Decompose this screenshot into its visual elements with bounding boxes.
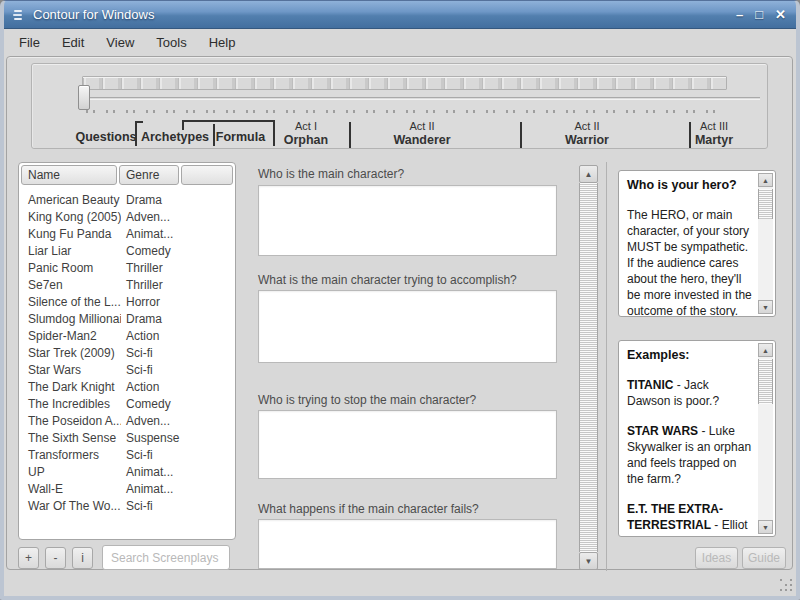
screenplay-row[interactable]: Panic RoomThriller (19, 261, 235, 278)
screenplay-row[interactable]: Kung Fu PandaAnimat... (19, 227, 235, 244)
timeline-separator (520, 122, 522, 148)
timeline-act-2[interactable]: Act II Wanderer (372, 120, 472, 147)
screenplay-row[interactable]: UPAnimat... (19, 465, 235, 482)
screenplay-row[interactable]: Star Trek (2009)Sci-fi (19, 346, 235, 363)
question-4-input[interactable] (258, 519, 557, 569)
question-2-label: What is the main character trying to acc… (258, 273, 558, 287)
screenplay-row[interactable]: The Poseidon A...Adven... (19, 414, 235, 431)
timeline-act-4[interactable]: Act III Martyr (674, 120, 754, 147)
screenplay-row[interactable]: Silence of the L...Horror (19, 295, 235, 312)
scroll-down-button[interactable]: ▼ (758, 520, 773, 534)
scrollbar-thumb[interactable] (758, 359, 773, 404)
menu-tools[interactable]: Tools (145, 32, 197, 53)
hero-help-body: The HERO, or main character, of your sto… (627, 208, 752, 317)
app-window: Contour for Windows – □ ✕ File Edit View… (0, 0, 800, 600)
timeline-filmstrip[interactable] (82, 76, 727, 90)
screenplay-row[interactable]: The IncrediblesComedy (19, 397, 235, 414)
column-header-genre[interactable]: Genre (119, 165, 179, 185)
app-icon (11, 8, 25, 22)
timeline-ticks (86, 110, 726, 113)
screenplay-row[interactable]: War Of The Wo...Sci-fi (19, 499, 235, 516)
screenplay-row[interactable]: King Kong (2005)Adven... (19, 210, 235, 227)
example-entry: STAR WARS - Luke Skywalker is an orphan … (627, 423, 755, 487)
maximize-button[interactable]: □ (755, 7, 763, 23)
timeline-track (82, 97, 760, 100)
hero-help-title: Who is your hero? (627, 178, 737, 192)
column-header-blank[interactable] (181, 165, 233, 185)
question-3-label: Who is trying to stop the main character… (258, 393, 558, 407)
screenplay-row[interactable]: The Sixth SenseSuspense (19, 431, 235, 448)
scroll-down-button[interactable]: ▼ (579, 552, 598, 570)
question-2-input[interactable] (258, 290, 557, 363)
minimize-button[interactable]: – (736, 7, 743, 23)
act-label: Act III (674, 120, 754, 133)
act-name: Martyr (674, 133, 754, 147)
info-button[interactable]: i (72, 547, 93, 569)
screenplay-row[interactable]: American BeautyDrama (19, 193, 235, 210)
remove-screenplay-button[interactable]: - (45, 547, 66, 569)
timeline-panel: Questions Archetypes Formula Act I Orpha… (31, 63, 768, 149)
screenplay-list-panel: Name Genre American BeautyDrama King Kon… (18, 162, 236, 540)
menu-edit[interactable]: Edit (51, 32, 95, 53)
timeline-act-1[interactable]: Act I Orphan (266, 120, 346, 147)
act-name: Warrior (537, 133, 637, 147)
screenplay-row[interactable]: Liar LiarComedy (19, 244, 235, 261)
examples-title: Examples: (627, 348, 690, 362)
question-1-label: Who is the main character? (258, 167, 558, 181)
act-label: Act II (537, 120, 637, 133)
menu-bar: File Edit View Tools Help (4, 29, 796, 55)
screenplay-row[interactable]: TransformersSci-fi (19, 448, 235, 465)
panel-divider (606, 162, 607, 572)
close-button[interactable]: ✕ (775, 7, 786, 23)
timeline-act-3[interactable]: Act II Warrior (537, 120, 637, 147)
add-screenplay-button[interactable]: + (18, 547, 39, 569)
question-4-label: What happens if the main character fails… (258, 502, 558, 516)
act-label: Act I (266, 120, 346, 133)
act-name: Wanderer (372, 133, 472, 147)
timeline-separator (349, 122, 351, 148)
menu-view[interactable]: View (95, 32, 145, 53)
scroll-up-button[interactable]: ▲ (758, 343, 773, 357)
question-1-input[interactable] (258, 185, 557, 256)
scrollbar-thumb[interactable] (758, 189, 773, 219)
hero-help-box: Who is your hero? The HERO, or main char… (618, 170, 776, 317)
table-header: Name Genre (20, 164, 234, 186)
title-bar: Contour for Windows – □ ✕ (0, 1, 800, 29)
screenplay-row[interactable]: Se7enThriller (19, 278, 235, 295)
menu-help[interactable]: Help (198, 32, 247, 53)
act-name: Orphan (266, 133, 346, 147)
client-area: Questions Archetypes Formula Act I Orpha… (6, 56, 793, 570)
act-label: Act II (372, 120, 472, 133)
ideas-button[interactable]: Ideas (695, 547, 738, 569)
guide-button[interactable]: Guide (742, 547, 786, 569)
example-entry: E.T. THE EXTRA-TERRESTRIAL - Elliot has … (627, 501, 755, 537)
timeline-slider-thumb[interactable] (78, 85, 90, 110)
scroll-down-button[interactable]: ▼ (758, 300, 773, 314)
scrollbar-thumb[interactable] (579, 183, 598, 552)
screenplay-row[interactable]: Slumdog MillionaireDrama (19, 312, 235, 329)
screenplay-row[interactable]: Wall-EAnimat... (19, 482, 235, 499)
screenplay-row[interactable]: Spider-Man2Action (19, 329, 235, 346)
screenplay-rows: American BeautyDrama King Kong (2005)Adv… (19, 193, 235, 516)
menu-file[interactable]: File (8, 32, 51, 53)
example-entry: TITANIC - Jack Dawson is poor.? (627, 377, 755, 409)
search-input[interactable] (102, 545, 230, 570)
question-3-input[interactable] (258, 410, 557, 479)
resize-grip[interactable] (780, 579, 782, 581)
window-title: Contour for Windows (33, 7, 154, 22)
examples-help-box: Examples: TITANIC - Jack Dawson is poor.… (618, 340, 776, 537)
screenplay-row[interactable]: Star WarsSci-fi (19, 363, 235, 380)
column-header-name[interactable]: Name (21, 165, 117, 185)
scroll-up-button[interactable]: ▲ (758, 173, 773, 187)
scroll-up-button[interactable]: ▲ (579, 165, 598, 183)
screenplay-row[interactable]: The Dark KnightAction (19, 380, 235, 397)
status-bar (4, 571, 796, 596)
